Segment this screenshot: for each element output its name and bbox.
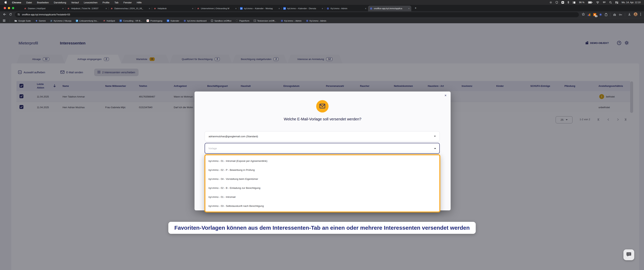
menubar-item-tab[interactable]: Tab [114, 1, 118, 4]
bookmark-hubspot[interactable]: HubSpot [103, 20, 115, 22]
keyboard-brightness-icon[interactable] [550, 1, 552, 4]
extension-key-icon[interactable] [619, 14, 622, 16]
tab-close-icon[interactable]: × [235, 7, 237, 10]
tab-close-icon[interactable]: × [408, 7, 410, 10]
url-bar[interactable]: onoffice-app.kyl.immo/applicants/?estate… [15, 12, 579, 17]
bookmark-consulting[interactable]: VConsulting - VR B... [120, 20, 142, 22]
browser-tab-4[interactable]: Helpdesk × [152, 6, 195, 11]
tab-close-icon[interactable]: × [192, 7, 194, 10]
chrome-tabstrip: Dateien | HubSpot × Helpdesk | Ticket Nr… [0, 5, 644, 11]
template-option[interactable]: kyl.immo - 02 - P - Bewerbung in Prüfung [205, 165, 440, 174]
extension-container-icon[interactable] [605, 13, 607, 16]
download-icon[interactable] [628, 13, 631, 17]
menubar-item-darstellung[interactable]: Darstellung [54, 1, 66, 4]
window-close-button[interactable] [4, 7, 6, 9]
tab-close-icon[interactable]: × [278, 7, 280, 10]
menubar-item-fenster[interactable]: Fenster [123, 1, 132, 4]
menu-kebab-icon[interactable] [640, 13, 641, 17]
bookmark-paperform[interactable]: Paperform [236, 20, 249, 22]
airpods-icon[interactable] [603, 1, 606, 4]
bookmark-kalender[interactable]: 14Kalender [167, 20, 179, 22]
sender-select[interactable]: adrianmutzhas@googlemail.com (Standard) [204, 131, 440, 141]
spotlight-icon[interactable] [609, 1, 612, 4]
tab-close-icon[interactable]: × [62, 7, 64, 10]
battery-icon[interactable] [588, 1, 592, 4]
tab-title: Helpdesk [158, 7, 190, 10]
hubspot-favicon [67, 7, 70, 10]
menubar-item-bearbeiten[interactable]: Bearbeiten [37, 1, 49, 4]
tab-close-icon[interactable]: × [322, 7, 323, 10]
site-settings-icon[interactable] [18, 13, 20, 16]
google-calendar-favicon: 14 [283, 7, 286, 10]
tab-title: Dateien | HubSpot [28, 7, 61, 10]
chevron-up-icon [434, 148, 436, 149]
browser-tab-3[interactable]: Dateivorschau | 2024_10_08_ × [108, 6, 152, 11]
chat-widget-button[interactable] [624, 249, 634, 260]
menubar-item-lesezeichen[interactable]: Lesezeichen [84, 1, 98, 4]
extension-incognito-icon[interactable] [613, 14, 616, 16]
browser-tab-1[interactable]: Dateien | HubSpot × [22, 6, 65, 11]
template-select[interactable] [204, 143, 440, 154]
window-controls [4, 7, 14, 9]
envelope-icon [320, 104, 325, 109]
window-minimize-button[interactable] [8, 7, 10, 9]
menubar-item-datei[interactable]: Datei [26, 1, 32, 4]
extension-asterisk-icon[interactable] [599, 13, 602, 16]
menubar-item-verlauf[interactable]: Verlauf [71, 1, 79, 4]
close-icon[interactable]: × [444, 94, 446, 97]
browser-tab-8[interactable]: Kyl.immo - Admin × [325, 6, 368, 11]
menubar-item-hilfe[interactable]: Hilfe [137, 1, 142, 4]
template-option[interactable]: kyl.immo - 04 - Vorstellung beim Eigentü… [205, 174, 440, 183]
window-zoom-button[interactable] [12, 7, 14, 9]
bookmark-sandbox-onoffice[interactable]: Sandbox onOffice [211, 20, 232, 22]
template-option[interactable]: kyl.immo - 01 - Intromail (Exposé per Ag… [205, 156, 440, 165]
bookmark-kyl-admin-2[interactable]: Kyl.immo - Admin [306, 20, 326, 22]
bookmark-star-icon[interactable] [582, 13, 585, 17]
browser-tab-active[interactable]: onoffice-app.kyl.immo/applica × [368, 6, 411, 11]
browser-tab-6[interactable]: 14 kyl.immo – Kalender - Montag × [238, 6, 282, 11]
bookmark-google-suite[interactable]: Google Suite [14, 20, 31, 22]
extension-chart-icon[interactable] [588, 13, 590, 16]
bookmark-posteingang[interactable]: MPosteingang [146, 20, 162, 22]
template-option[interactable]: kyl.immo - 03 - Selbstauskunft nach Besi… [205, 201, 440, 210]
paperclip-icon[interactable] [568, 1, 569, 4]
bookmark-linksammlung[interactable]: Linksammlung Inv... [76, 20, 98, 22]
url-text: onoffice-app.kyl.immo/applicants/?estate… [22, 13, 70, 16]
hubspot-favicon [154, 7, 156, 10]
bookmark-gemini[interactable]: Gemini [36, 20, 46, 22]
template-option[interactable]: kyl.immo - 02 - B - Einladung zur Besich… [205, 183, 440, 192]
apple-menu-icon[interactable] [4, 1, 7, 4]
browser-tab-5[interactable]: Unternehmen | Onboarding M × [195, 6, 238, 11]
profile-avatar[interactable] [634, 12, 638, 17]
tab-close-icon[interactable]: × [149, 7, 150, 10]
bookmark-testversion-onoffice[interactable]: Testversion onOffi... [254, 20, 276, 22]
browser-tab-2[interactable]: Helpdesk | Ticket Nr. 119037 × [65, 6, 108, 11]
hubspot-favicon [110, 7, 113, 10]
tab-close-icon[interactable]: × [365, 7, 366, 10]
onepassword-icon[interactable] [562, 1, 564, 4]
reload-icon[interactable] [9, 13, 12, 17]
browser-tab-7[interactable]: 14 kyl.immo – Kalender - Diensta × [282, 6, 325, 11]
stage-manager-icon[interactable] [573, 1, 576, 4]
template-input[interactable] [208, 147, 434, 150]
wifi-icon[interactable] [596, 1, 599, 4]
menubar-item-profile[interactable]: Profile [102, 1, 110, 4]
menubar-clock[interactable]: Mo. 14. Apr. 12:10 [622, 1, 641, 4]
tab-title: Kyl.immo - Admin [330, 7, 363, 10]
bookmark-kyl-dashboard[interactable]: kyl.immo dashboard [184, 20, 206, 22]
email-icon-circle [316, 100, 328, 112]
bookmark-kyl-admin-1[interactable]: Kyl.immo – Admin [281, 20, 302, 22]
tab-close-icon[interactable]: × [106, 7, 107, 10]
menubar-item-chrome[interactable]: Chrome [12, 1, 21, 4]
control-center-icon[interactable] [615, 1, 618, 4]
new-tab-button[interactable]: + [415, 6, 416, 10]
chrome-toolbar: onoffice-app.kyl.immo/applicants/?estate… [0, 11, 644, 18]
modal-title: Welche E-Mail-Vorlage soll versendet wer… [194, 117, 450, 121]
bookmark-vikunja[interactable]: Kyl.immo | Vikunja [50, 20, 71, 22]
back-icon[interactable] [3, 13, 6, 17]
shield-icon[interactable] [556, 1, 558, 4]
template-dropdown: kyl.immo - 01 - Intromail (Exposé per Ag… [204, 154, 440, 212]
template-option[interactable]: kyl.immo - 01 - Intromail [205, 192, 440, 201]
apps-grid-icon[interactable] [3, 20, 5, 22]
extension-orange-icon[interactable]: 98 [593, 13, 596, 16]
